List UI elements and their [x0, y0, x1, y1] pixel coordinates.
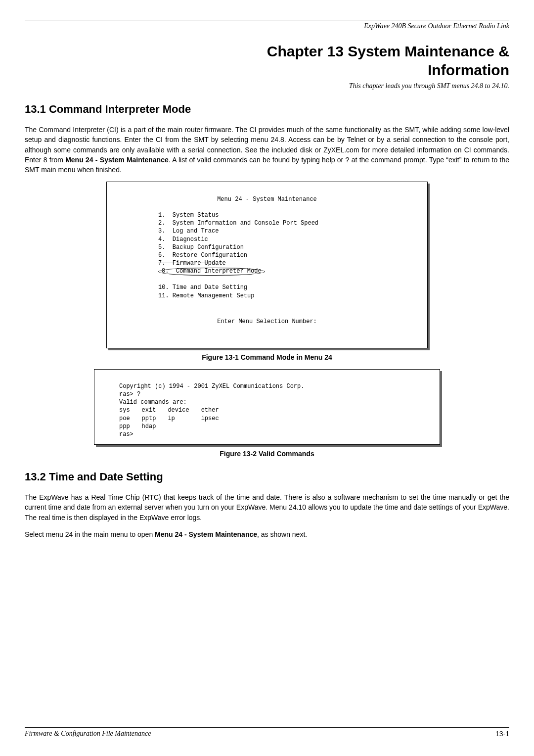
cmd-poe: poe: [119, 415, 142, 423]
para1-bold: Menu 24 - System Maintenance: [65, 156, 169, 164]
para2-bold: Menu 24 - System Maintenance: [155, 530, 257, 538]
cmd-hdap: hdap: [142, 423, 168, 430]
para2-post: , as shown next.: [257, 530, 307, 538]
figure-13-1-caption: Figure 13-1 Command Mode in Menu 24: [25, 353, 509, 361]
chapter-title-line2: Information: [428, 62, 509, 78]
ras-prompt-q: ras> ?: [119, 391, 140, 398]
menu-item-8-highlight: 8. Command Interpreter Mode: [158, 268, 265, 276]
menu-item-5: 5. Backup Configuration: [158, 244, 244, 251]
page-footer: Firmware & Configuration File Maintenanc…: [25, 727, 509, 738]
header-rule: [25, 20, 509, 20]
menu24-items: 1. System Status 2. System Information a…: [158, 211, 420, 300]
section-13-2-heading: 13.2 Time and Date Setting: [25, 471, 509, 483]
section-13-1-heading: 13.1 Command Interpreter Mode: [25, 103, 509, 116]
cmd-sys: sys: [119, 406, 142, 414]
ras-prompt: ras>: [119, 431, 134, 438]
table-row: sysexitdeviceether: [119, 406, 231, 414]
copyright-line: Copyright (c) 1994 - 2001 ZyXEL Communic…: [119, 383, 304, 390]
cmd-pptp: pptp: [142, 415, 168, 423]
terminal-content: Menu 24 - System Maintenance 1. System S…: [106, 182, 428, 348]
terminal-content-2: Copyright (c) 1994 - 2001 ZyXEL Communic…: [94, 369, 440, 445]
chapter-lead: This chapter leads you through SMT menus…: [25, 82, 509, 90]
menu-item-3: 3. Log and Trace: [158, 228, 219, 235]
table-row: poepptpipipsec: [119, 415, 231, 423]
cmd-ppp: ppp: [119, 423, 142, 430]
chapter-title: Chapter 13 System Maintenance & Informat…: [25, 42, 509, 79]
cmd-ether: ether: [201, 406, 231, 414]
section-13-2-para2: Select menu 24 in the main menu to open …: [25, 529, 509, 539]
commands-table: sysexitdeviceether poepptpipipsec ppphda…: [119, 406, 231, 430]
menu-item-4: 4. Diagnostic: [158, 236, 208, 243]
menu24-title: Menu 24 - System Maintenance: [114, 195, 420, 203]
header-product: ExpWave 240B Secure Outdoor Ethernet Rad…: [25, 22, 509, 30]
cmd-device: device: [168, 406, 201, 414]
menu-item-7-struck: 7. Firmware Update: [158, 260, 226, 267]
menu-item-2: 2. System Information and Console Port S…: [158, 220, 318, 227]
menu-item-11: 11. Remote Management Setup: [158, 292, 254, 299]
menu-item-1: 1. System Status: [158, 212, 219, 219]
terminal-valid-commands: Copyright (c) 1994 - 2001 ZyXEL Communic…: [94, 369, 440, 445]
menu24-enter-prompt: Enter Menu Selection Number:: [114, 318, 420, 326]
chapter-title-line1: Chapter 13 System Maintenance &: [267, 43, 509, 59]
terminal-menu24: Menu 24 - System Maintenance 1. System S…: [106, 182, 428, 348]
section-13-2-para1: The ExpWave has a Real Time Chip (RTC) t…: [25, 492, 509, 522]
cmd-ipsec: ipsec: [201, 415, 231, 423]
footer-left: Firmware & Configuration File Maintenanc…: [25, 730, 151, 738]
section-13-1-paragraph: The Command Interpreter (CI) is a part o…: [25, 125, 509, 175]
cmd-ip: ip: [168, 415, 201, 423]
valid-commands-label: Valid commands are:: [119, 399, 187, 406]
footer-rule: [25, 727, 509, 728]
figure-13-2-caption: Figure 13-2 Valid Commands: [25, 450, 509, 458]
menu-item-10: 10. Time and Date Setting: [158, 284, 247, 291]
menu-item-6: 6. Restore Configuration: [158, 252, 247, 259]
footer-page-number: 13-1: [495, 730, 509, 738]
table-row: ppphdap: [119, 423, 231, 430]
para2-pre: Select menu 24 in the main menu to open: [25, 530, 155, 538]
cmd-exit: exit: [142, 406, 168, 414]
